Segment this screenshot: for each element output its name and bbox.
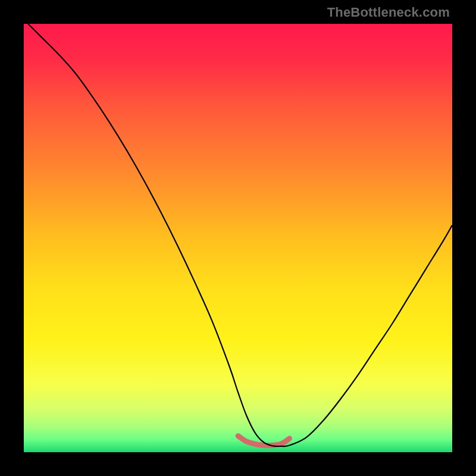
curve-layer xyxy=(24,24,452,452)
watermark-text: TheBottleneck.com xyxy=(327,5,450,20)
bottleneck-curve xyxy=(28,24,452,446)
chart-frame: TheBottleneck.com xyxy=(0,0,476,476)
valley-highlight xyxy=(238,436,289,446)
plot-area xyxy=(24,24,452,452)
